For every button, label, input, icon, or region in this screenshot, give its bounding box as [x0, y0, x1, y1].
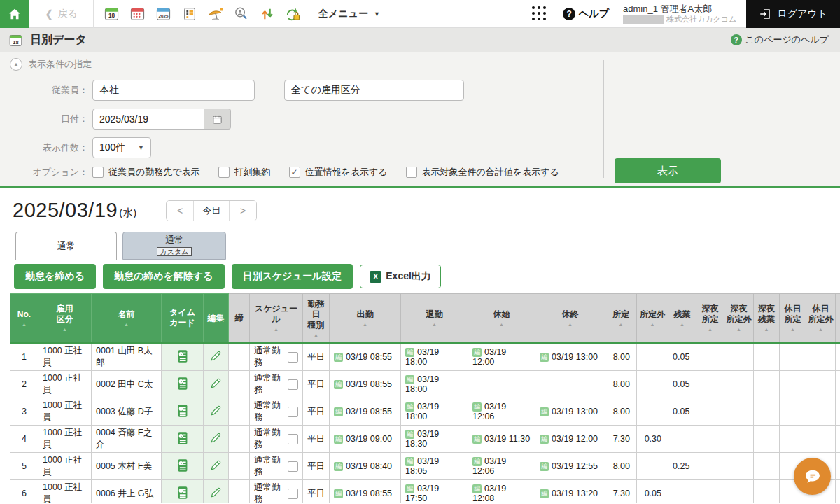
schedule-checkbox[interactable]: [288, 379, 298, 390]
column-header-18[interactable]: 休日 所定▲: [780, 294, 806, 343]
show-button[interactable]: 表示: [615, 158, 721, 183]
calendar-picker-button[interactable]: [204, 108, 231, 130]
edit-stamp-icon[interactable]: 編: [540, 435, 549, 444]
column-header-14[interactable]: 残業▲: [668, 294, 696, 343]
tab-normal[interactable]: 通常: [15, 232, 117, 260]
column-header-11[interactable]: 休終▲: [536, 294, 606, 343]
sort-icon[interactable]: ▲: [39, 327, 90, 332]
column-header-20[interactable]: 休日 残業▲: [836, 294, 840, 343]
all-menu-dropdown[interactable]: 全メニュー ▼: [312, 8, 387, 20]
edit-stamp-icon[interactable]: 編: [540, 353, 549, 362]
sort-icon[interactable]: ▲: [402, 322, 467, 327]
edit-stamp-icon[interactable]: 編: [405, 402, 414, 412]
edit-icon-button[interactable]: [204, 426, 229, 453]
help-button[interactable]: ? ヘルプ: [563, 8, 609, 20]
edit-stamp-icon[interactable]: 編: [472, 484, 482, 493]
schedule-checkbox[interactable]: [288, 352, 298, 363]
edit-icon-button[interactable]: [204, 453, 229, 480]
edit-stamp-icon[interactable]: 編: [540, 489, 549, 498]
edit-icon-button[interactable]: [204, 480, 229, 504]
column-header-17[interactable]: 深夜 残業▲: [754, 294, 780, 343]
app-grid-icon[interactable]: [532, 6, 547, 22]
edit-icon-button[interactable]: [204, 398, 229, 426]
logout-button[interactable]: ログアウト: [746, 0, 840, 28]
sort-icon[interactable]: ▲: [638, 322, 667, 327]
previous-day-button[interactable]: <: [167, 201, 193, 220]
sort-icon[interactable]: ▲: [251, 327, 302, 332]
edit-stamp-icon[interactable]: 編: [405, 484, 414, 493]
sort-icon[interactable]: ▲: [780, 327, 805, 332]
timecard-icon-button[interactable]: [162, 371, 204, 398]
edit-stamp-icon[interactable]: 編: [472, 402, 482, 412]
schedule-checkbox[interactable]: [288, 407, 298, 417]
column-header-6[interactable]: スケジュール▲: [250, 294, 303, 343]
sort-icon[interactable]: ▲: [697, 327, 723, 332]
edit-stamp-icon[interactable]: 編: [334, 489, 343, 498]
edit-stamp-icon[interactable]: 編: [334, 435, 343, 444]
collapse-toggle[interactable]: ▲: [10, 58, 22, 71]
edit-stamp-icon[interactable]: 編: [334, 462, 343, 471]
checkbox-icon[interactable]: [92, 167, 104, 178]
schedule-checkbox[interactable]: [288, 434, 298, 444]
sort-icon[interactable]: ▲: [807, 327, 834, 332]
employee-search-icon[interactable]: [233, 6, 250, 22]
edit-stamp-icon[interactable]: 編: [405, 375, 414, 384]
checkbox-checked-icon[interactable]: ✓: [289, 167, 300, 178]
next-day-button[interactable]: >: [230, 201, 256, 220]
timecard-icon-button[interactable]: [162, 343, 204, 371]
employee-input[interactable]: [92, 80, 255, 101]
display-count-select[interactable]: 100件 ▼: [92, 137, 151, 158]
edit-stamp-icon[interactable]: 編: [472, 435, 482, 444]
edit-icon-button[interactable]: [204, 371, 229, 398]
edit-icon-button[interactable]: [204, 343, 229, 371]
column-header-1[interactable]: 雇用 区分▲: [38, 294, 92, 343]
excel-export-button[interactable]: X Excel出力: [360, 265, 441, 288]
column-header-16[interactable]: 深夜 所定外▲: [724, 294, 754, 343]
edit-stamp-icon[interactable]: 編: [334, 353, 343, 362]
column-header-12[interactable]: 所定▲: [606, 294, 637, 343]
timecard-icon-button[interactable]: [162, 398, 204, 426]
schedule-list-icon[interactable]: [181, 6, 198, 22]
sort-icon[interactable]: ▲: [92, 322, 160, 327]
sort-icon[interactable]: ▲: [330, 322, 400, 327]
column-header-9[interactable]: 退勤▲: [401, 294, 468, 343]
home-button[interactable]: [0, 0, 29, 28]
option-checkbox-1[interactable]: 打刻集約: [218, 166, 271, 178]
tab-normal-custom[interactable]: 通常 カスタム: [122, 232, 226, 260]
sort-icon[interactable]: ▲: [669, 322, 695, 327]
sort-icon[interactable]: ▲: [536, 322, 604, 327]
employment-type-input[interactable]: [284, 80, 464, 101]
column-header-19[interactable]: 休日 所定外▲: [806, 294, 836, 343]
column-header-7[interactable]: 勤務日 種別▲: [303, 294, 330, 343]
sort-icon[interactable]: ▲: [725, 327, 752, 332]
edit-stamp-icon[interactable]: 編: [405, 457, 414, 466]
edit-stamp-icon[interactable]: 編: [472, 348, 482, 357]
today-button[interactable]: 今日: [194, 201, 229, 220]
sort-icon[interactable]: ▲: [304, 332, 328, 337]
checkbox-icon[interactable]: [406, 167, 417, 178]
edit-stamp-icon[interactable]: 編: [405, 430, 414, 439]
option-checkbox-2[interactable]: ✓位置情報を表示する: [289, 166, 388, 178]
sort-icon[interactable]: ▲: [469, 322, 534, 327]
edit-stamp-icon[interactable]: 編: [334, 380, 343, 389]
column-header-13[interactable]: 所定外▲: [637, 294, 668, 343]
export-lock-icon[interactable]: [285, 6, 302, 22]
edit-stamp-icon[interactable]: 編: [472, 457, 482, 466]
sort-updown-icon[interactable]: [259, 6, 276, 22]
date-input[interactable]: [92, 108, 204, 130]
option-checkbox-3[interactable]: 表示対象全件の合計値を表示する: [406, 166, 559, 178]
yearly-calendar-icon[interactable]: 2025: [155, 6, 172, 22]
edit-stamp-icon[interactable]: 編: [405, 348, 414, 357]
daily-calendar-icon[interactable]: 18: [104, 6, 120, 22]
schedule-checkbox[interactable]: [288, 461, 298, 472]
chat-support-button[interactable]: [794, 458, 831, 495]
sort-icon[interactable]: ▲: [836, 327, 840, 332]
daily-schedule-settings-button[interactable]: 日別スケジュール設定: [232, 264, 354, 289]
timecard-icon-button[interactable]: [162, 480, 204, 504]
timecard-icon-button[interactable]: [162, 453, 204, 480]
back-button[interactable]: ❮ 戻る: [29, 8, 93, 20]
column-header-10[interactable]: 休始▲: [468, 294, 536, 343]
column-header-8[interactable]: 出勤▲: [330, 294, 401, 343]
option-checkbox-0[interactable]: 従業員の勤務先で表示: [92, 166, 200, 178]
vacation-umbrella-icon[interactable]: [207, 6, 224, 22]
